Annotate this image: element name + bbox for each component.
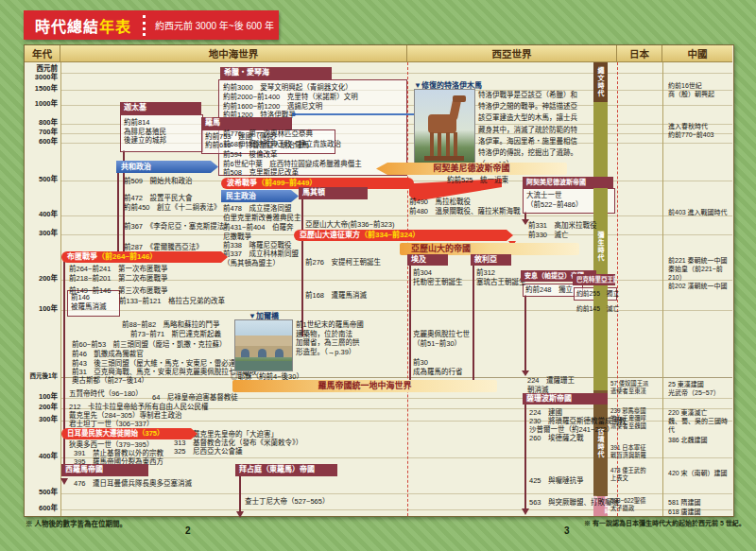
egypt-timeline [409, 266, 411, 380]
event: 前276 安提柯王朝誕生 [305, 258, 381, 267]
event: 前146 被羅馬消滅 [71, 293, 107, 311]
byzantine-header: 拜占庭（東羅馬）帝國 [235, 464, 337, 476]
column-header-west-asia: 西亞世界 [407, 45, 617, 62]
divider-era [60, 62, 61, 516]
event: 425 與嚈噠抗爭 [529, 476, 584, 486]
event: 581 隋建國 [668, 498, 701, 507]
page-title-main: 時代總結 [35, 19, 99, 35]
dots-divider-icon [143, 15, 146, 36]
pont-du-gard-photo [234, 319, 293, 371]
persian-war-label: 波希戰爭 [227, 179, 257, 187]
event: 約前255 獨立 [576, 289, 619, 299]
era-label: 600年 [26, 138, 58, 146]
event: 前73~前71 斯巴達克斯起義 [130, 330, 221, 339]
event: 進入春秋時代 約前770~前403 [668, 122, 713, 139]
bactria-header: 巴克特里亞王國 [573, 274, 615, 285]
trojan-horse-caption: 特洛伊戰爭是亞該亞（希臘）和 特洛伊之間的戰爭。神話描述亞 該亞軍建造大型的木馬… [478, 90, 577, 170]
page-number-right: 3 [564, 525, 570, 536]
egypt-header: 埃及 [407, 254, 448, 266]
title-bar: 時代總結年表 約西元前 3000 年~後 600 年 [24, 10, 279, 40]
event: 約前3000 愛琴文明興起（青銅器文化） [223, 83, 352, 93]
era-label: 200年 [26, 275, 58, 284]
event: 約前248 獨立 [525, 285, 573, 295]
event: 前30 成為羅馬的行省 [413, 358, 463, 376]
event: 前330 滅亡 [528, 231, 569, 240]
gridline-ad1 [60, 377, 732, 378]
germanic-years: （375） [138, 429, 164, 438]
event: 593~622聖德 太子攝政 [610, 497, 662, 512]
event: 64 尼祿皇帝迫害基督教徒 [152, 393, 238, 403]
event: 前149~前146 第三次布匿戰爭 [69, 286, 167, 296]
event: 約前16世紀 商（殷）朝興起 [668, 81, 714, 98]
yayoi-label: 彌生時代 [593, 232, 608, 262]
event: 前60~前53 前三頭同盟（龐培・凱撒・克拉蘇） [72, 340, 227, 350]
column-header-mediterranean: 地中海世界 [60, 45, 407, 62]
event: 563 與突厥聯盟、打敗嚈噠 [529, 498, 619, 508]
event: 前337 成立科林斯同盟 （馬其頓為盟主） [223, 250, 299, 267]
event: 前312 塞琉古王朝誕生 [476, 268, 526, 286]
horse-leg [438, 132, 441, 157]
west-rome-header: 西羅馬帝國 [61, 464, 148, 476]
alexander-years: （前334~前324） [360, 231, 420, 239]
date-range: 約西元前 3000 年~後 600 年 [155, 18, 274, 32]
event: 476 遭日耳曼傭兵隊長奧多亞塞消滅 [74, 479, 192, 489]
jomon-period-band: 繩文時代 [593, 62, 608, 102]
era-label: 800年 [26, 119, 58, 128]
kofun-period-band: 古墳時代 [593, 390, 608, 496]
era-label: 300年 [26, 416, 58, 424]
event: 前221 秦朝統一中國 秦始皇（前221~前210） 前202 漢朝統一中國 [668, 256, 733, 290]
era-label: 300年 [26, 230, 58, 238]
event: 查士丁尼大帝（527~565） [245, 497, 329, 507]
column-header-china: 中國 [662, 45, 732, 62]
bridge-arch [275, 349, 284, 357]
troy-link-line [295, 113, 414, 115]
era-label: 100年 [26, 393, 58, 402]
era-label: 500年 [26, 176, 58, 184]
event: 57 倭奴國王派 遣使者至東漢 [610, 380, 662, 395]
bridge-arch [241, 349, 249, 357]
event: 前472 設置平民大會 約前450 創立《十二銅表法》 [124, 194, 221, 212]
event: 五賢帝時代（96~180） [69, 389, 143, 399]
pont-du-gard-caption: 前1世紀末的羅馬帝國 建築物，位於南法 加爾省，為三層的拱 形造型。（→p.39… [296, 320, 364, 356]
horse-leg [446, 132, 450, 157]
page-title: 時代總結年表 [35, 14, 131, 37]
event: 約前616 伊特魯里亞人統治羅馬 [205, 141, 309, 150]
event: 前478 成立提洛同盟 伯里克里斯改善雅典民主 [223, 204, 301, 222]
era-label: 600年 [26, 505, 58, 513]
event: 前218~前201 第二次布匿戰爭 [69, 274, 167, 284]
event: 大流士一世 （前522~前486） [526, 191, 582, 209]
event: 約前2000~前1400 克里特（米諾斯）文明 [223, 93, 358, 102]
divider-japan-china [662, 62, 663, 516]
book-page: 時代總結年表 約西元前 3000 年~後 600 年 年代 地中海世界 西亞世界… [0, 0, 756, 551]
greece-header: 希臘・愛琴海 [220, 67, 332, 79]
event: 約前814 為腓尼基殖民 後建立的城邦 [124, 118, 166, 146]
event: 前88~前82 馬略和蘇拉的鬥爭 [122, 320, 220, 330]
event: 260 埃德薩之戰 [529, 434, 584, 443]
west-rome-end-arrow-icon [60, 478, 68, 485]
bridge-arch [258, 349, 266, 357]
republic-banner: 共和政治 [116, 161, 218, 173]
syria-header: 敘利亞 [471, 254, 511, 266]
event: 約前145 滅亡 [576, 304, 619, 314]
event: 25 東漢建國 光武帝（25~57） [668, 380, 720, 397]
alexander-label: 亞歷山大遠征東方 [300, 231, 360, 239]
persian-war-years: （前499~前449） [257, 179, 317, 187]
era-label: 400年 [26, 211, 58, 219]
event: 奧古斯都（前27~後14） [72, 376, 148, 386]
era-label: 100年 [26, 305, 58, 314]
macedonia-timeline [301, 199, 303, 336]
gridline [60, 215, 732, 216]
footnote-right: ※ 有一說認為日本彌生時代大約起始於西元前 5 世紀。 [584, 518, 746, 527]
era-label: 500年 [26, 489, 58, 497]
trojan-horse-photo [414, 89, 475, 171]
event: 前168 遭羅馬消滅 [305, 291, 367, 301]
event: 前490 馬拉松戰役 [409, 198, 471, 207]
horse-platform [424, 156, 464, 161]
event: 前594 梭倫改革 [223, 150, 278, 160]
syria-timeline [472, 266, 474, 380]
carthage-header: 迦太基 [120, 102, 201, 114]
event: 前367 《李奇尼亞・塞克斯提法》 [124, 222, 232, 232]
democracy-banner: 民主政治 [221, 190, 299, 202]
event: 前287 《霍爾騰西亞法》 [124, 243, 203, 252]
yayoi-period-band: 彌生時代 [593, 102, 608, 390]
